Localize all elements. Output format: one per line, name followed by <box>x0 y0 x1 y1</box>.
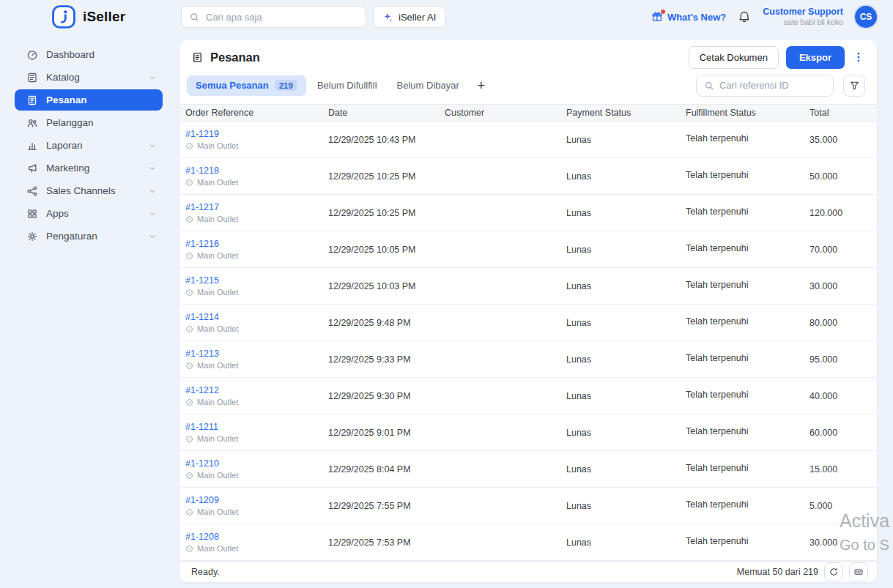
tabs: Semua Pesanan219Belum DifullfillBelum Di… <box>187 75 468 96</box>
order-reference-link[interactable]: #1-1214 <box>185 312 322 322</box>
payment-status-cell: Lunas <box>560 281 680 291</box>
iseller-ai-button[interactable]: iSeller AI <box>373 6 445 28</box>
sidebar-item-marketing[interactable]: Marketing <box>15 157 163 179</box>
sidebar-item-laporan[interactable]: Laporan <box>15 135 163 156</box>
outlet: Main Outlet <box>185 361 322 370</box>
sidebar-item-apps[interactable]: Apps <box>15 203 163 224</box>
order-reference-link[interactable]: #1-1211 <box>185 422 322 432</box>
outlet-icon <box>185 545 193 553</box>
total-cell: 60.000 <box>804 428 877 438</box>
customer-support-link[interactable]: Customer Support sate babi bli koko <box>763 7 843 28</box>
tab-semua-pesanan[interactable]: Semua Pesanan219 <box>187 75 306 96</box>
fulfillment-status-cell: Telah terpenuhi <box>680 206 804 217</box>
search-icon <box>189 12 200 23</box>
date-cell: 12/29/2025 9:33 PM <box>322 354 439 365</box>
avatar[interactable]: CS <box>855 6 877 28</box>
table-header: Order Reference Date Customer Payment St… <box>179 104 877 122</box>
add-view-label: + <box>477 78 485 94</box>
filter-button[interactable] <box>843 75 865 97</box>
order-reference-link[interactable]: #1-1215 <box>185 275 322 286</box>
status-text: Ready. <box>191 567 220 577</box>
tab-belum-dibayar[interactable]: Belum Dibayar <box>388 75 468 96</box>
reference-search-input[interactable] <box>719 80 826 91</box>
tab-belum-difullfill[interactable]: Belum Difullfill <box>308 75 386 96</box>
sidebar-item-pesanan[interactable]: Pesanan <box>15 89 163 111</box>
outlet-icon <box>185 215 193 223</box>
order-reference-link[interactable]: #1-1208 <box>185 532 322 542</box>
outlet: Main Outlet <box>185 178 322 187</box>
date-cell: 12/29/2025 10:43 PM <box>322 135 439 145</box>
table-row[interactable]: #1-1211Main Outlet12/29/2025 9:01 PMLuna… <box>179 414 877 451</box>
order-reference-link[interactable]: #1-1210 <box>185 458 322 469</box>
total-cell: 95.000 <box>804 354 877 365</box>
load-count: Memuat 50 dari 219 <box>737 567 818 577</box>
order-reference-link[interactable]: #1-1218 <box>185 165 322 176</box>
refresh-button[interactable] <box>824 562 843 581</box>
notification-bell-icon[interactable] <box>738 10 751 23</box>
global-search[interactable] <box>181 6 366 28</box>
date-cell: 12/29/2025 7:55 PM <box>322 501 439 511</box>
whats-new-link[interactable]: What's New? <box>651 11 726 23</box>
outlet-label: Main Outlet <box>197 178 238 187</box>
keyboard-icon <box>853 567 864 577</box>
column-header-payment-status[interactable]: Payment Status <box>560 108 680 118</box>
sidebar-item-sales-channels[interactable]: Sales Channels <box>15 180 163 201</box>
sidebar-item-katalog[interactable]: Katalog <box>15 67 163 88</box>
table-row[interactable]: #1-1217Main Outlet12/29/2025 10:25 PMLun… <box>179 195 877 231</box>
total-cell: 30.000 <box>804 537 877 548</box>
table-row[interactable]: #1-1209Main Outlet12/29/2025 7:55 PMLuna… <box>179 488 877 524</box>
fulfillment-status-cell: Telah terpenuhi <box>680 499 804 510</box>
print-documents-button[interactable]: Cetak Dokumen <box>689 46 779 69</box>
sidebar-item-pelanggan[interactable]: Pelanggan <box>15 112 163 133</box>
sidebar-item-pengaturan[interactable]: Pengaturan <box>15 226 163 247</box>
order-reference-link[interactable]: #1-1209 <box>185 495 322 505</box>
date-cell: 12/29/2025 10:05 PM <box>322 245 439 255</box>
column-header-order-reference[interactable]: Order Reference <box>179 108 322 118</box>
fulfillment-status-cell: Telah terpenuhi <box>680 280 804 290</box>
table-row[interactable]: #1-1219Main Outlet12/29/2025 10:43 PMLun… <box>179 122 877 158</box>
reference-search[interactable] <box>696 75 834 97</box>
table-row[interactable]: #1-1216Main Outlet12/29/2025 10:05 PMLun… <box>179 231 877 268</box>
table-row[interactable]: #1-1212Main Outlet12/29/2025 9:30 PMLuna… <box>179 378 877 414</box>
apps-icon <box>26 208 38 220</box>
column-header-customer[interactable]: Customer <box>439 108 560 118</box>
search-icon <box>704 81 714 91</box>
more-options-icon[interactable] <box>852 51 865 63</box>
order-cell: #1-1218Main Outlet <box>179 165 322 187</box>
filter-icon <box>849 80 860 91</box>
outlet-icon <box>185 325 193 333</box>
column-header-fulfillment-status[interactable]: Fulfillment Status <box>680 108 804 118</box>
table-row[interactable]: #1-1218Main Outlet12/29/2025 10:25 PMLun… <box>179 158 877 195</box>
order-reference-link[interactable]: #1-1217 <box>185 202 322 212</box>
export-button[interactable]: Ekspor <box>786 46 845 69</box>
keyboard-button[interactable] <box>849 562 868 581</box>
sidebar-item-label: Katalog <box>46 72 140 83</box>
total-cell: 35.000 <box>804 135 877 145</box>
sidebar-item-label: Apps <box>46 208 140 219</box>
column-header-date[interactable]: Date <box>322 108 439 118</box>
date-cell: 12/29/2025 9:01 PM <box>322 428 439 438</box>
table-row[interactable]: #1-1215Main Outlet12/29/2025 10:03 PMLun… <box>179 268 877 305</box>
fulfillment-status-cell: Telah terpenuhi <box>680 426 804 436</box>
outlet-label: Main Outlet <box>197 361 238 370</box>
outlet-label: Main Outlet <box>197 141 238 150</box>
table-row[interactable]: #1-1210Main Outlet12/29/2025 8:04 PMLuna… <box>179 451 877 488</box>
add-view-button[interactable]: + <box>470 75 492 96</box>
order-reference-link[interactable]: #1-1219 <box>185 129 322 139</box>
outlet-label: Main Outlet <box>197 324 238 333</box>
order-reference-link[interactable]: #1-1213 <box>185 349 322 359</box>
table-row[interactable]: #1-1214Main Outlet12/29/2025 9:48 PMLuna… <box>179 305 877 341</box>
global-search-input[interactable] <box>206 12 358 23</box>
order-reference-link[interactable]: #1-1216 <box>185 239 322 249</box>
sidebar-item-dashboard[interactable]: Dashboard <box>15 44 163 65</box>
order-reference-link[interactable]: #1-1212 <box>185 385 322 395</box>
order-cell: #1-1215Main Outlet <box>179 275 322 297</box>
table-row[interactable]: #1-1213Main Outlet12/29/2025 9:33 PMLuna… <box>179 341 877 378</box>
table-row[interactable]: #1-1208Main Outlet12/29/2025 7:53 PMLuna… <box>179 524 877 561</box>
gift-icon <box>651 11 663 23</box>
date-cell: 12/29/2025 10:03 PM <box>322 281 439 291</box>
payment-status-cell: Lunas <box>560 391 680 401</box>
outlet-label: Main Outlet <box>197 544 238 553</box>
column-header-total[interactable]: Total <box>804 108 877 118</box>
brand[interactable]: iSeller <box>51 4 181 29</box>
